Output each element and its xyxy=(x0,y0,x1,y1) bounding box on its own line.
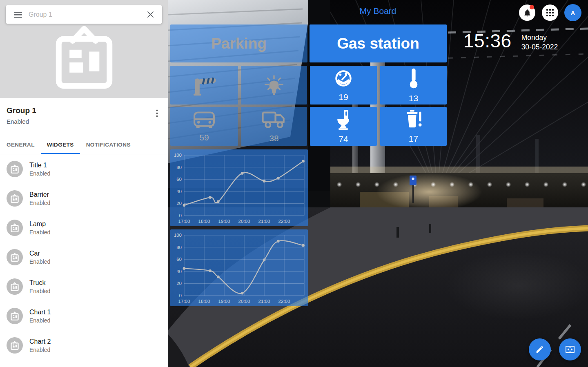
widget-avatar xyxy=(7,161,23,177)
widget-status: Enabled xyxy=(29,229,50,236)
group-header: Group 1 Enabled xyxy=(0,98,168,125)
group-name-input[interactable] xyxy=(28,11,141,19)
widget-title: Truck xyxy=(29,279,50,287)
close-button[interactable] xyxy=(145,9,156,20)
dashboard-area: My Board A 15:36 Monday 30-0 xyxy=(168,0,588,367)
edit-fab[interactable] xyxy=(529,338,551,360)
clock-time: 15:36 xyxy=(463,31,512,51)
svg-text:40: 40 xyxy=(176,189,182,194)
fullscreen-fab[interactable] xyxy=(559,338,581,360)
svg-text:100: 100 xyxy=(174,153,182,158)
svg-text:80: 80 xyxy=(176,165,182,170)
notifications-button[interactable] xyxy=(519,4,535,21)
svg-text:100: 100 xyxy=(174,233,182,238)
thermometer-value: 13 xyxy=(409,93,418,103)
svg-text:18:00: 18:00 xyxy=(198,299,210,304)
widget-avatar xyxy=(7,278,23,295)
svg-text:21:00: 21:00 xyxy=(258,299,270,304)
list-item-chart-2[interactable]: Chart 2Enabled xyxy=(0,331,168,360)
list-item-title-1[interactable]: Title 1Enabled xyxy=(0,154,168,184)
clock-day: Monday xyxy=(521,33,558,42)
widget-avatar xyxy=(7,190,23,207)
svg-text:60: 60 xyxy=(176,257,182,262)
board-icon xyxy=(52,24,116,92)
widget-avatar xyxy=(7,337,23,354)
widget-status: Enabled xyxy=(29,170,50,177)
tile-truck[interactable]: 38 xyxy=(241,107,307,146)
svg-text:17:00: 17:00 xyxy=(178,299,190,304)
svg-text:19:00: 19:00 xyxy=(218,219,230,224)
tile-car[interactable]: 59 xyxy=(170,107,238,146)
list-item-car[interactable]: CarEnabled xyxy=(0,242,168,272)
kebab-menu-icon xyxy=(156,109,158,117)
tile-toilet[interactable]: 74 xyxy=(310,107,377,146)
widget-title: Chart 2 xyxy=(29,338,51,345)
tile-trash[interactable]: 17 xyxy=(380,107,447,146)
tab-general[interactable]: GENERAL xyxy=(0,135,41,154)
svg-text:22:00: 22:00 xyxy=(278,299,290,304)
svg-text:40: 40 xyxy=(176,269,182,274)
svg-text:80: 80 xyxy=(176,245,182,250)
svg-text:20: 20 xyxy=(176,281,182,286)
group-title: Group 1 xyxy=(7,106,161,115)
clock-widget: 15:36 Monday 30-05-2022 xyxy=(463,31,558,52)
list-item-truck[interactable]: TruckEnabled xyxy=(0,272,168,301)
list-item-lamp[interactable]: LampEnabled xyxy=(0,213,168,242)
widget-title: Chart 1 xyxy=(29,309,51,316)
car-icon xyxy=(192,110,216,129)
tab-notifications[interactable]: NOTIFICATIONS xyxy=(80,135,137,154)
group-menu-button[interactable] xyxy=(154,107,160,120)
app-root: My Board A 15:36 Monday 30-0 xyxy=(0,0,588,367)
svg-text:20:00: 20:00 xyxy=(238,219,250,224)
widget-list: Title 1Enabled BarrierEnabled LampEnable… xyxy=(0,154,168,360)
svg-text:0: 0 xyxy=(179,293,182,298)
toilet-value: 74 xyxy=(339,134,348,144)
tile-parking-title[interactable]: Parking xyxy=(170,24,307,62)
widget-status: Enabled xyxy=(29,200,50,206)
gauge-icon xyxy=(333,68,354,89)
svg-text:19:00: 19:00 xyxy=(218,299,230,304)
gauge-value: 19 xyxy=(339,92,348,102)
user-avatar[interactable]: A xyxy=(564,4,581,21)
tile-thermometer[interactable]: 13 xyxy=(380,66,447,105)
widget-status: Enabled xyxy=(29,317,51,324)
widget-title: Barrier xyxy=(29,191,50,198)
list-item-chart-1[interactable]: Chart 1Enabled xyxy=(0,301,168,331)
fit-screen-icon xyxy=(565,345,575,354)
chart-widget-2: 02040608010017:0018:0019:0020:0021:0022:… xyxy=(170,229,308,306)
widget-avatar xyxy=(7,249,23,265)
tile-gauge[interactable]: 19 xyxy=(310,66,377,105)
svg-text:0: 0 xyxy=(179,213,182,218)
widget-status: Enabled xyxy=(29,288,50,294)
svg-text:22:00: 22:00 xyxy=(278,219,290,224)
close-icon xyxy=(147,11,154,18)
car-value: 59 xyxy=(199,133,209,142)
truck-value: 38 xyxy=(269,133,278,143)
menu-button[interactable] xyxy=(11,9,24,21)
tile-lamp[interactable] xyxy=(241,66,307,105)
chart-widget-1: 02040608010017:0018:0019:0020:0021:0022:… xyxy=(170,149,308,226)
thermometer-icon xyxy=(407,67,421,90)
widget-status: Enabled xyxy=(29,258,50,265)
line-chart-1: 02040608010017:0018:0019:0020:0021:0022:… xyxy=(170,149,308,226)
tile-gas-station-title[interactable]: Gas station xyxy=(310,24,447,62)
lamp-icon xyxy=(263,73,285,97)
notification-badge xyxy=(530,5,534,9)
toilet-icon xyxy=(334,109,353,131)
group-settings-panel: Group 1 Enabled GENERAL WIDGETS NOTIFICA… xyxy=(0,0,168,367)
apps-button[interactable] xyxy=(542,4,558,21)
tab-bar: GENERAL WIDGETS NOTIFICATIONS xyxy=(0,135,168,154)
apps-grid-icon xyxy=(546,9,554,16)
hamburger-icon xyxy=(14,11,22,18)
truck-icon xyxy=(261,109,287,130)
avatar-letter: A xyxy=(571,9,575,16)
svg-text:21:00: 21:00 xyxy=(258,219,270,224)
tab-widgets[interactable]: WIDGETS xyxy=(41,135,80,154)
widget-title: Title 1 xyxy=(29,162,50,169)
trash-icon xyxy=(404,109,423,130)
svg-text:17:00: 17:00 xyxy=(178,219,190,224)
widget-avatar xyxy=(7,220,23,236)
list-item-barrier[interactable]: BarrierEnabled xyxy=(0,184,168,213)
barrier-icon xyxy=(191,75,217,96)
tile-barrier[interactable] xyxy=(170,66,238,105)
